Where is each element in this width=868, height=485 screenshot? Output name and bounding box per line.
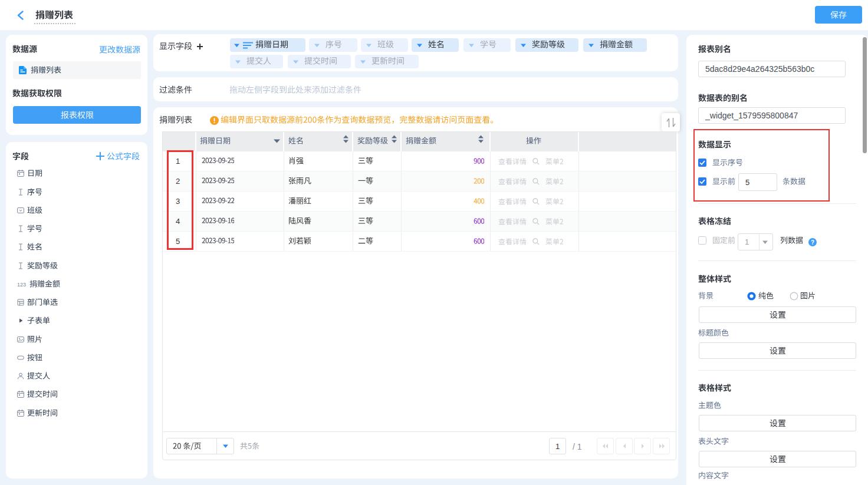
svg-text:?: ? <box>811 239 814 246</box>
svg-text:123: 123 <box>17 282 26 288</box>
